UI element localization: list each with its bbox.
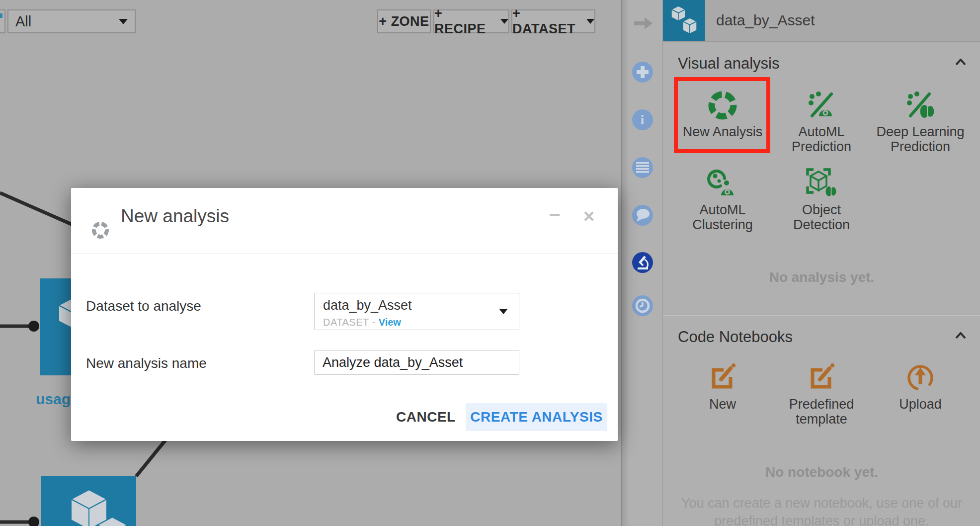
add-icon[interactable] (632, 62, 653, 83)
details-list-icon[interactable] (632, 157, 653, 178)
tile-label: Predefined (789, 397, 854, 412)
modal-title: New analysis (121, 206, 229, 227)
visual-analysis-section-title: Visual analysis (678, 55, 779, 73)
dataset-select-value: data_by_Asset (323, 298, 412, 313)
predefined-template-icon (773, 362, 870, 394)
dataset-cubes-icon (663, 0, 705, 41)
section-divider (663, 315, 980, 316)
clipped-toolbar-button (0, 9, 5, 33)
dss-flow-screen: usage All + ZONE + RECIPE + DATASET (0, 0, 980, 526)
tile-new-analysis[interactable]: New Analysis (674, 89, 771, 139)
tile-label: New (709, 397, 736, 412)
add-recipe-label: + RECIPE (434, 6, 494, 37)
minimize-icon[interactable]: – (549, 203, 560, 225)
automl-clustering-icon (674, 168, 771, 199)
tile-label: AutoML (798, 124, 844, 139)
name-field-label: New analysis name (86, 355, 207, 371)
notebook-hint-line-2: predefined templates or upload one. (663, 514, 980, 526)
timeline-clock-icon[interactable] (632, 295, 653, 316)
tile-upload-notebook[interactable]: Upload (872, 362, 969, 412)
flow-filter-dropdown[interactable]: All (7, 9, 136, 33)
tile-label: Clustering (692, 217, 753, 232)
tile-new-notebook[interactable]: New (674, 362, 771, 412)
tile-label: template (796, 412, 847, 427)
modal-header: New analysis – × (71, 188, 618, 254)
tile-label: AutoML (699, 202, 745, 217)
collapse-section-chevron-icon[interactable] (955, 59, 966, 68)
notebook-hint-line-1: You can create a new notebook, use one o… (663, 496, 980, 511)
panel-title: data_by_Asset (716, 0, 815, 41)
analysis-spinner-icon (90, 220, 111, 243)
right-action-bar: i (621, 0, 662, 526)
code-notebooks-section-title: Code Notebooks (678, 328, 793, 346)
create-analysis-button[interactable]: CREATE ANALYSIS (466, 403, 607, 431)
collapse-panel-arrow-icon[interactable] (632, 13, 653, 34)
tile-label: Deep Learning (876, 124, 964, 139)
tile-label: Prediction (891, 139, 950, 154)
info-icon[interactable]: i (632, 109, 653, 130)
dataset-select-subtext: DATASET - View (323, 317, 401, 328)
caret-down-icon (499, 309, 508, 314)
new-analysis-modal: New analysis – × Dataset to analyse data… (71, 188, 618, 441)
collapse-section-chevron-icon[interactable] (955, 332, 966, 341)
separator: - (369, 317, 378, 328)
dataset-type-label: DATASET (323, 317, 369, 328)
add-zone-label: + ZONE (379, 14, 429, 29)
tile-deep-learning-prediction[interactable]: Deep Learning Prediction (872, 89, 969, 154)
dataset-select[interactable]: data_by_Asset DATASET - View (314, 293, 519, 330)
add-dataset-label: + DATASET (512, 6, 580, 37)
tile-label: Detection (793, 217, 850, 232)
flow-node-label: usage (30, 391, 72, 408)
object-detection-icon (773, 168, 870, 199)
lab-microscope-icon[interactable] (632, 252, 653, 273)
close-icon[interactable]: × (583, 206, 594, 227)
add-recipe-button[interactable]: + RECIPE (433, 9, 509, 33)
add-dataset-button[interactable]: + DATASET (511, 9, 595, 33)
caret-down-icon (500, 19, 508, 24)
tile-label: Upload (899, 397, 942, 412)
tile-label: New Analysis (683, 124, 763, 139)
tile-label: Object (802, 202, 841, 217)
tile-automl-clustering[interactable]: AutoML Clustering (674, 168, 771, 232)
cancel-button[interactable]: CANCEL (393, 403, 459, 431)
tile-predefined-template[interactable]: Predefined template (773, 362, 870, 427)
add-zone-button[interactable]: + ZONE (377, 9, 431, 33)
new-notebook-icon (674, 362, 771, 394)
tile-label: Prediction (792, 139, 851, 154)
flow-node-dataset-2 (41, 476, 136, 526)
analysis-name-input[interactable] (314, 350, 519, 375)
tile-automl-prediction[interactable]: AutoML Prediction (773, 89, 870, 154)
new-analysis-icon (674, 89, 771, 121)
comments-icon[interactable] (632, 205, 653, 226)
right-details-panel: data_by_Asset Visual analysis New Analys… (662, 0, 980, 526)
deep-learning-prediction-icon (872, 89, 969, 121)
dataset-field-label: Dataset to analyse (86, 298, 201, 314)
flow-filter-value: All (15, 13, 31, 30)
panel-header: data_by_Asset (663, 0, 980, 42)
no-analysis-message: No analysis yet. (663, 269, 980, 285)
no-notebook-message: No notebook yet. (663, 464, 980, 480)
automl-prediction-icon (773, 89, 870, 121)
upload-notebook-icon (872, 362, 969, 394)
tile-object-detection[interactable]: Object Detection (773, 168, 870, 232)
caret-down-icon (586, 19, 594, 24)
caret-down-icon (119, 19, 128, 24)
view-dataset-link[interactable]: View (379, 317, 401, 328)
